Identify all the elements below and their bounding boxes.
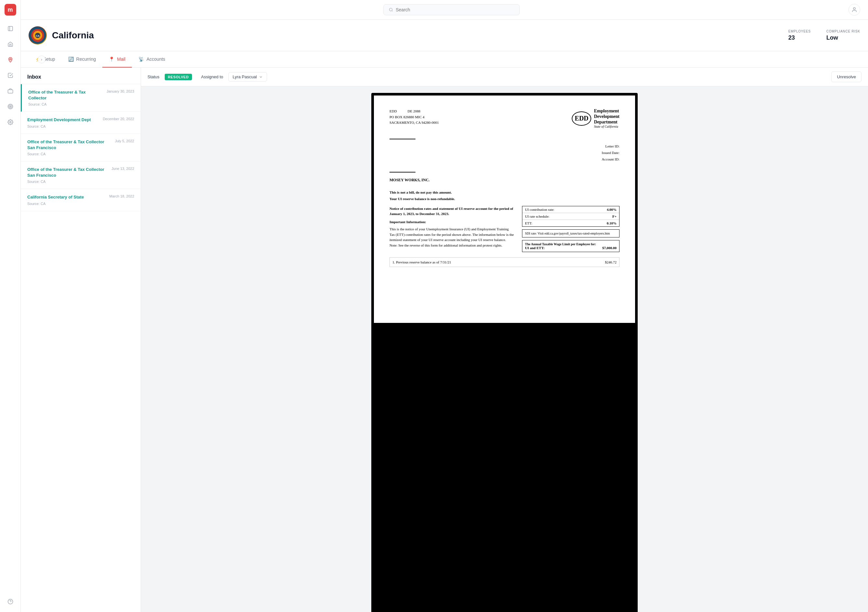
sidebar-item-help[interactable] [4,595,17,608]
list-item[interactable]: Office of the Treasurer & Tax Collector … [21,84,141,112]
sdi-note: SDI rate: Visit edd.ca.gov/payroll_taxes… [522,229,620,237]
state-header: › CA California EMPLOYEES 23 COMPLI [21,20,868,51]
assignee-dropdown[interactable]: Lyra Pascual [228,72,267,82]
sidebar-item-location[interactable] [4,53,17,66]
svg-text:CA: CA [36,34,40,37]
svg-point-12 [853,8,855,9]
edd-logo: EDD EmploymentDevelopmentDepartment Stat… [572,108,620,128]
issued-date-label: Issued Date: [601,151,620,155]
mail-item-header-4: Office of the Treasurer & Tax Collector … [27,167,134,178]
mail-sender-1: Office of the Treasurer & Tax Collector [28,89,104,101]
app-logo[interactable]: m [5,4,16,15]
ett-value: 0.10% [607,221,617,225]
doc-frame: EDD DE 2088 PO BOX 826880 MIC 4 SACRAMEN… [371,93,638,612]
doc-divider-2 [389,172,415,172]
svg-point-7 [9,121,11,123]
list-item[interactable]: Office of the Treasurer & Tax Collector … [21,161,141,189]
mail-source-1: Source: CA [28,102,134,106]
tab-mail[interactable]: 📍 Mail [102,51,132,68]
important-body: This is the notice of your Unemployment … [389,226,514,248]
status-label: Status [147,74,160,79]
user-avatar[interactable] [848,4,860,15]
doc-recipient: MOSEY WORKS, INC. [389,178,620,183]
page-layout: Inbox Office of the Treasurer & Tax Coll… [21,68,868,612]
inbox-header: Inbox [21,68,141,84]
doc-header: EDD DE 2088 PO BOX 826880 MIC 4 SACRAMEN… [389,108,620,128]
content-area: › CA California EMPLOYEES 23 COMPLI [21,20,868,612]
doc-body: Notice of contribution rates and stateme… [389,206,620,252]
unresolve-button[interactable]: Unresolve [831,71,862,82]
doc-divider-1 [389,139,415,139]
letter-id-label: Letter ID: [605,144,620,148]
address-line1: PO BOX 826880 MIC 4 [389,114,439,120]
doc-toolbar: Status RESOLVED Assigned to Lyra Pascual… [141,68,868,87]
edd-state: State of California [594,125,620,128]
search-bar[interactable] [383,4,520,15]
state-name: California [52,30,94,40]
sidebar-item-checklist[interactable] [4,69,17,82]
sidebar-toggle[interactable]: › [38,56,45,64]
mail-item-header-5: California Secretary of State March 18, … [27,194,134,200]
mail-source-4: Source: CA [27,180,134,184]
mail-sender-4: Office of the Treasurer & Tax Collector … [27,167,109,178]
employees-meta: EMPLOYEES 23 [788,29,811,41]
state-flag: CA [29,26,47,45]
edd-oval: EDD [572,112,591,126]
sidebar-item-settings[interactable] [4,116,17,129]
sidebar-item-building[interactable] [4,22,17,35]
svg-line-11 [392,11,392,11]
doc-address: EDD DE 2088 PO BOX 826880 MIC 4 SACRAMEN… [389,108,439,126]
state-meta: EMPLOYEES 23 COMPLIANCE RISK Low [788,29,860,41]
list-item[interactable]: California Secretary of State March 18, … [21,189,141,211]
doc-page: EDD DE 2088 PO BOX 826880 MIC 4 SACRAMEN… [374,96,635,323]
prev-balance-label: 1. Previous reserve balance as of 7/31/2… [392,260,451,264]
employees-count: 23 [788,34,811,41]
mail-date-4: June 13, 2022 [112,167,134,170]
tab-recurring-label: Recurring [76,57,96,62]
wage-row: UI and ETT: $7,000.00 [525,246,617,250]
list-item[interactable]: Employment Development Dept December 20,… [21,112,141,133]
sidebar-item-home[interactable] [4,38,17,51]
ett-label: ETT: [525,221,532,225]
doc-number: DE 2088 [408,109,420,113]
recurring-icon: 🔄 [68,57,74,62]
doc-left: Notice of contribution rates and stateme… [389,206,514,252]
svg-rect-3 [8,90,13,93]
tab-mail-label: Mail [117,57,126,62]
tab-recurring[interactable]: 🔄 Recurring [62,51,103,68]
tab-accounts[interactable]: 📡 Accounts [132,51,172,68]
svg-point-5 [9,105,12,108]
status-badge: RESOLVED [165,74,192,80]
sidebar: m [0,0,21,612]
svg-point-2 [9,59,11,60]
search-input[interactable] [396,7,514,12]
document-viewer: Status RESOLVED Assigned to Lyra Pascual… [141,68,868,612]
ui-schedule-label: UI rate schedule: [525,214,549,218]
sidebar-item-briefcase[interactable] [4,84,17,98]
ui-rate-value: 4.00% [607,208,617,211]
chevron-down-icon [259,75,263,79]
search-icon [389,8,393,12]
doc-right: UI contribution rate: 4.00% UI rate sche… [522,206,620,252]
compliance-meta: COMPLIANCE RISK Low [826,29,860,41]
compliance-label: COMPLIANCE RISK [826,29,860,33]
important-label: Important Information: [389,220,426,224]
svg-rect-0 [8,26,13,31]
mail-date-2: December 20, 2022 [103,117,134,121]
wage-ui-ett-label: UI and ETT: [525,246,544,250]
mail-source-5: Source: CA [27,202,134,206]
address-line2: SACRAMENTO, CA 94280-0001 [389,120,439,126]
sidebar-item-target[interactable] [4,100,17,113]
mail-item-header-3: Office of the Treasurer & Tax Collector … [27,139,134,151]
doc-balance-note: Your UI reserve balance is non-refundabl… [389,197,620,201]
mail-source-2: Source: CA [27,124,134,128]
mail-sender-2: Employment Development Dept [27,117,100,123]
doc-letter-info: Letter ID: Issued Date: Account ID: [601,143,620,163]
ui-rate-label: UI contribution rate: [525,208,554,211]
account-id-label: Account ID: [601,157,620,161]
mail-sender-3: Office of the Treasurer & Tax Collector … [27,139,112,151]
list-item[interactable]: Office of the Treasurer & Tax Collector … [21,134,141,161]
wage-ui-ett-value: $7,000.00 [602,246,617,250]
accounts-icon: 📡 [138,57,144,62]
inbox-panel: Inbox Office of the Treasurer & Tax Coll… [21,68,141,612]
